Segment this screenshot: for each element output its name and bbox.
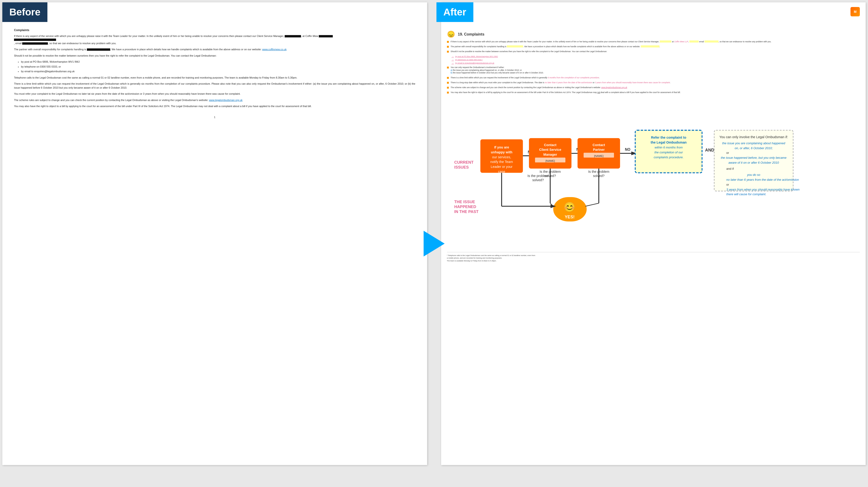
svg-text:Leader or your: Leader or your	[491, 165, 513, 169]
svg-text:3 years from when you should r: 3 years from when you should reasonably …	[726, 188, 800, 191]
after-bullet-2: The partner with overall responsibility …	[447, 45, 860, 48]
svg-text:complaints procedure.: complaints procedure.	[654, 155, 684, 159]
svg-text:aware of it on or after 6 Octo: aware of it on or after 6 October 2010	[728, 161, 779, 164]
sad-face-icon: 😞	[447, 30, 455, 38]
svg-text:HAPPENED: HAPPENED	[454, 205, 476, 209]
before-para-5: There is a time limit within which you c…	[14, 82, 415, 90]
before-list-item-2: by telephone on 0300 555 0333, or	[21, 65, 415, 69]
after-footnote: * Telephone calls to the Legal Ombudsman…	[447, 252, 860, 262]
after-bullet-8: You may also have the right to object to…	[447, 91, 860, 94]
before-list-item-1: by post at PO Box 6806, Wolverhampton WV…	[21, 60, 415, 64]
svg-text:YES!: YES!	[565, 214, 575, 219]
bullet-icon-2	[447, 46, 449, 48]
before-para-4: Telephone calls to the Legal Ombudsman c…	[14, 76, 415, 80]
svg-text:AND: AND	[705, 148, 714, 152]
section-header: 😞 19. Complaints	[447, 30, 860, 38]
contact-link-3: → by email to enquiries@legalombudsman.o…	[452, 62, 860, 64]
contact-link-1: → by post at PO Box 6806, Wolverhampton …	[452, 55, 860, 58]
svg-text:Contact: Contact	[544, 143, 556, 147]
arrow-icon-2: →	[452, 58, 454, 61]
svg-text:THE ISSUE: THE ISSUE	[454, 200, 475, 204]
svg-text:solved?: solved?	[532, 178, 544, 182]
after-bullet-6: There is a long-stop date within which y…	[447, 81, 860, 84]
bullet-icon-7	[447, 87, 449, 89]
arrow-triangle	[424, 231, 445, 256]
after-bullet-7: The scheme rules are subject to change a…	[447, 86, 860, 89]
svg-text:on, or after, 6 October 2010;: on, or after, 6 October 2010;	[735, 146, 773, 150]
svg-text:IN THE PAST: IN THE PAST	[454, 209, 479, 214]
after-doc-header: M	[447, 7, 860, 17]
ombudsman-link-before[interactable]: www.legalombudsman.org.uk	[209, 99, 243, 102]
svg-text:unhappy with: unhappy with	[491, 150, 513, 154]
before-para-8: You may also have the right to object to…	[14, 104, 415, 108]
bullet-icon-5	[447, 77, 449, 79]
bullet-icon-1	[447, 41, 449, 43]
before-para-3: Should it not be possible to resolve the…	[14, 54, 415, 58]
flowchart-svg: CURRENT ISSUES If you are unhappy with o…	[447, 97, 860, 249]
before-panel: Before Complaints If there is any aspect…	[0, 0, 434, 487]
svg-text:You can only involve the Legal: You can only involve the Legal Ombudsman…	[719, 135, 788, 139]
before-contact-list: by post at PO Box 6806, Wolverhampton WV…	[21, 60, 415, 74]
svg-text:the Legal Ombudsman: the Legal Ombudsman	[651, 141, 687, 144]
section-title: 19. Complaints	[458, 32, 485, 36]
bullet-icon-6	[447, 82, 449, 84]
website-link-before[interactable]: www.coffinmew.co.uk	[262, 48, 286, 51]
after-bullet-3: Should it not be possible to resolve the…	[447, 50, 860, 53]
svg-text:within 6 months from: within 6 months from	[655, 146, 683, 149]
svg-text:[NAME]: [NAME]	[546, 159, 555, 162]
svg-text:Manager: Manager	[543, 153, 557, 156]
bullet-icon-8	[447, 92, 449, 93]
after-bullet-4: You can only request the Ombudsman's inv…	[447, 66, 860, 75]
flowchart: CURRENT ISSUES If you are unhappy with o…	[447, 97, 860, 250]
svg-text:our services,: our services,	[492, 155, 511, 159]
after-bullets-1: If there is any aspect of the service wi…	[447, 40, 860, 53]
svg-text:Contact: Contact	[592, 143, 605, 147]
bullet-icon-3	[447, 51, 449, 53]
svg-text:no later than 6 years from the: no later than 6 years from the date of t…	[726, 178, 799, 181]
svg-text:Partner: Partner	[593, 148, 604, 151]
contact-link-text-2: by telephone on 0300 555 0333 *	[455, 59, 483, 61]
svg-text:the issue you are complaining : the issue you are complaining about happ…	[722, 141, 785, 145]
svg-text:Client Service: Client Service	[539, 148, 561, 151]
page-number: 1	[14, 115, 415, 119]
arrow-icon-3: →	[452, 62, 454, 64]
arrow-icon-1: →	[452, 55, 454, 58]
svg-text:[NAME]: [NAME]	[594, 154, 603, 157]
before-doc-content: Complaints If there is any aspect of the…	[14, 28, 415, 119]
contact-link-text-1: by post at PO Box 6806, Wolverhampton WV…	[455, 55, 498, 58]
contact-link-2: → by telephone on 0300 555 0333 *	[452, 58, 860, 61]
svg-text:and if: and if	[726, 167, 734, 170]
svg-text:CURRENT: CURRENT	[454, 160, 473, 165]
svg-text:you do so: you do so	[747, 173, 760, 176]
after-bullets-2: You can only request the Ombudsman's inv…	[447, 66, 860, 94]
svg-text:😊: 😊	[563, 201, 576, 213]
before-para-1: If there is any aspect of the service wi…	[14, 34, 415, 45]
svg-text:If you are: If you are	[494, 145, 509, 149]
svg-text:or: or	[726, 151, 729, 154]
bullet-icon-4	[447, 67, 449, 68]
after-panel: After M 😞 19. Complaints If there is any…	[434, 0, 868, 487]
contact-link-text-3: by email to enquiries@legalombudsman.org…	[455, 62, 494, 64]
after-label: After	[436, 2, 473, 22]
before-document: Complaints If there is any aspect of the…	[2, 2, 427, 465]
svg-text:NO: NO	[625, 147, 630, 151]
before-para-2: The partner with overall responsibility …	[14, 48, 415, 52]
before-label: Before	[2, 2, 48, 22]
svg-text:there will cause for complaint: there will cause for complaint.	[726, 193, 766, 196]
svg-text:or: or	[726, 183, 729, 187]
after-bullet-5: There is a time limit within which you c…	[447, 77, 860, 79]
svg-text:the completion of our: the completion of our	[654, 150, 683, 154]
after-document: M 😞 19. Complaints If there is any aspec…	[441, 2, 866, 465]
svg-text:Refer the complaint to: Refer the complaint to	[651, 136, 686, 139]
before-para-6: You must refer your complaint to the Leg…	[14, 92, 415, 96]
before-para-7: The scheme rules are subject to change a…	[14, 98, 415, 102]
svg-text:ISSUES: ISSUES	[454, 165, 469, 170]
before-list-item-3: by email to enquiries@legalombudsman.org…	[21, 69, 415, 74]
svg-text:notify the Team: notify the Team	[490, 160, 513, 164]
company-logo: M	[850, 7, 860, 17]
before-heading: Complaints	[14, 28, 415, 32]
transition-arrow	[424, 231, 445, 256]
after-bullet-1: If there is any aspect of the service wi…	[447, 40, 860, 43]
svg-text:the issue happened before, but: the issue happened before, but you only …	[721, 156, 786, 160]
